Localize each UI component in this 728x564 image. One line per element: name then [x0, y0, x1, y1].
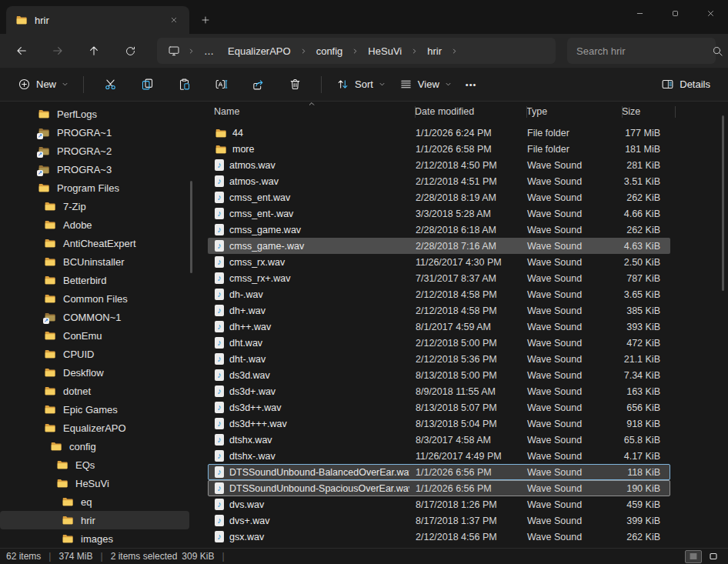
sidebar-item-betterbird[interactable]: Betterbird [0, 271, 189, 289]
sidebar-item-common-files[interactable]: Common Files [0, 289, 189, 308]
minimize-button[interactable] [622, 0, 657, 26]
breadcrumb-chevron-icon[interactable] [409, 48, 419, 55]
column-resize-handle[interactable] [622, 106, 623, 118]
file-row-dh-wav[interactable]: ♪dh++.wav8/1/2017 4:59 AMWave Sound393 K… [208, 319, 670, 335]
rename-button[interactable] [205, 72, 236, 97]
file-row-ds3d-wav[interactable]: ♪ds3d+++.wav8/13/2018 5:04 PMWave Sound9… [208, 415, 670, 432]
delete-button[interactable] [279, 72, 310, 97]
column-header-date-modified[interactable]: Date modified [409, 106, 520, 117]
sidebar-item-progra-1[interactable]: ↗PROGRA~1 [0, 123, 189, 142]
search-icon[interactable] [712, 45, 723, 57]
sidebar-item-hrir[interactable]: hrir [0, 511, 189, 529]
sidebar-item-conemu[interactable]: ConEmu [0, 326, 189, 345]
sidebar-item-config[interactable]: config [0, 437, 189, 456]
sidebar-item-7-zip[interactable]: 7-Zip [0, 197, 189, 215]
sidebar-item-program-files[interactable]: Program Files [0, 179, 189, 197]
breadcrumb-chevron-icon[interactable] [299, 48, 309, 55]
sidebar-item-common-1[interactable]: ↗COMMON~1 [0, 308, 189, 326]
explorer-tab[interactable]: hrir [6, 6, 189, 34]
back-button[interactable] [8, 38, 35, 64]
refresh-button[interactable] [116, 38, 144, 64]
sidebar-item-anticheatexpert[interactable]: AntiCheatExpert [0, 234, 189, 252]
file-row-cmss-rx-wav[interactable]: ♪cmss_rx+.wav7/31/2017 8:37 AMWave Sound… [208, 270, 670, 286]
status-divider [222, 551, 224, 562]
file-row-dtshx-wav[interactable]: ♪dtshx-.wav11/26/2017 4:49 PMWave Sound4… [208, 448, 670, 464]
file-row-ds3d-wav[interactable]: ♪ds3d++.wav8/13/2018 5:07 PMWave Sound65… [208, 399, 670, 415]
column-header-name[interactable]: Name [208, 106, 409, 117]
breadcrumb-item-equalizerapo[interactable]: EqualizerAPO [222, 42, 297, 60]
file-row-dht-wav[interactable]: ♪dht.wav2/12/2018 5:00 PMWave Sound472 K… [208, 335, 670, 351]
column-resize-handle[interactable] [675, 106, 676, 118]
cut-button[interactable] [95, 72, 125, 97]
column-resize-handle[interactable] [526, 106, 527, 118]
breadcrumb-chevron-icon[interactable] [449, 48, 459, 55]
file-row-dtssoundunbound-spaciousoverear-wav[interactable]: ♪DTSSoundUnbound-SpaciousOverEar.wav1/1/… [208, 480, 670, 496]
file-row-dtshx-wav[interactable]: ♪dtshx.wav8/3/2017 4:58 AMWave Sound65.8… [208, 432, 670, 448]
file-list-scrollbar[interactable] [722, 115, 724, 291]
file-row-dht-wav[interactable]: ♪dht-.wav2/12/2018 5:36 PMWave Sound21.1… [208, 351, 670, 367]
new-tab-button[interactable] [195, 10, 215, 30]
details-pane-button[interactable]: Details [654, 72, 717, 97]
details-view-toggle[interactable] [685, 550, 702, 563]
close-button[interactable] [693, 0, 728, 26]
breadcrumb-item-hesuvi[interactable]: HeSuVi [362, 42, 408, 60]
breadcrumb-item-hrir[interactable]: hrir [421, 42, 448, 60]
file-name-cell: ♪ds3d+++.wav [209, 418, 409, 429]
file-row-cmss-game-wav[interactable]: ♪cmss_game.wav2/28/2018 6:18 AMWave Soun… [208, 222, 670, 238]
sidebar-item-hesuvi[interactable]: HeSuVi [0, 474, 189, 492]
this-pc-icon[interactable] [163, 41, 185, 61]
file-row-ds3d-wav[interactable]: ♪ds3d+.wav8/9/2018 11:55 AMWave Sound163… [208, 383, 670, 399]
sidebar-item-eq[interactable]: eq [0, 492, 189, 511]
file-row-dh-wav[interactable]: ♪dh-.wav2/12/2018 4:58 PMWave Sound3.65 … [208, 286, 670, 302]
more-options-button[interactable]: ••• [459, 72, 484, 97]
sidebar-item-equalizerapo[interactable]: EqualizerAPO [0, 419, 189, 437]
copy-button[interactable] [132, 72, 162, 97]
breadcrumb-item-config[interactable]: config [310, 42, 349, 60]
maximize-button[interactable] [657, 0, 693, 26]
file-name: dh++.wav [229, 322, 271, 332]
sidebar-item-epic-games[interactable]: Epic Games [0, 400, 189, 419]
column-header-type[interactable]: Type [520, 106, 616, 117]
file-row-cmss-game-wav[interactable]: ♪cmss_game-.wav2/28/2018 7:16 AMWave Sou… [208, 238, 670, 254]
file-row-ds3d-wav[interactable]: ♪ds3d.wav8/13/2018 5:00 PMWave Sound7.34… [208, 367, 670, 383]
file-row-dvs-wav[interactable]: ♪dvs+.wav8/17/2018 1:37 PMWave Sound399 … [208, 512, 670, 529]
breadcrumb-chevron-icon[interactable] [186, 48, 196, 55]
sidebar-scrollbar[interactable] [190, 181, 192, 273]
view-button[interactable]: View [392, 72, 459, 97]
sidebar-item-eqs[interactable]: EQs [0, 456, 189, 474]
sidebar-item-dotnet[interactable]: dotnet [0, 382, 189, 400]
file-row-dtssoundunbound-balancedoverear-wav[interactable]: ♪DTSSoundUnbound-BalancedOverEar.wav1/1/… [208, 464, 670, 480]
search-input[interactable] [576, 45, 712, 57]
file-row-atmos-wav[interactable]: ♪atmos.wav2/12/2018 4:50 PMWave Sound281… [208, 157, 670, 173]
file-row-cmss-ent-wav[interactable]: ♪cmss_ent.wav2/28/2018 8:19 AMWave Sound… [208, 189, 670, 205]
sidebar-item-progra-3[interactable]: ↗PROGRA~3 [0, 160, 189, 179]
share-button[interactable] [242, 72, 273, 97]
sidebar-item-cpuid[interactable]: CPUID [0, 345, 189, 363]
sidebar-item-adobe[interactable]: Adobe [0, 215, 189, 234]
file-row-dvs-wav[interactable]: ♪dvs.wav8/17/2018 1:26 PMWave Sound459 K… [208, 496, 670, 512]
sidebar-item-label: PerfLogs [57, 108, 97, 120]
file-row-44[interactable]: 441/1/2026 6:24 PMFile folder177 MiB [208, 125, 670, 141]
breadcrumb-overflow-button[interactable]: … [198, 42, 220, 60]
sidebar-item-perflogs[interactable]: PerfLogs [0, 105, 189, 123]
file-row-dh-wav[interactable]: ♪dh+.wav2/12/2018 4:58 PMWave Sound385 K… [208, 302, 670, 319]
thumbnail-view-toggle[interactable] [705, 550, 722, 563]
file-row-cmss-ent-wav[interactable]: ♪cmss_ent-.wav3/3/2018 5:28 AMWave Sound… [208, 205, 670, 222]
file-row-more[interactable]: more1/1/2026 6:58 PMFile folder181 MiB [208, 141, 670, 157]
forward-button[interactable] [44, 38, 72, 64]
up-button[interactable] [80, 38, 108, 64]
sidebar-item-images[interactable]: images [0, 529, 189, 548]
file-row-cmss-rx-wav[interactable]: ♪cmss_rx.wav11/26/2017 4:30 PMWave Sound… [208, 254, 670, 270]
sidebar-item-bcuninstaller[interactable]: BCUninstaller [0, 252, 189, 271]
file-row-gsx-wav[interactable]: ♪gsx.wav2/12/2018 4:56 PMWave Sound262 K… [208, 529, 670, 545]
sidebar-item-label: eq [81, 496, 92, 508]
file-row-atmos-wav[interactable]: ♪atmos-.wav2/12/2018 4:51 PMWave Sound3.… [208, 173, 670, 189]
sidebar-item-progra-2[interactable]: ↗PROGRA~2 [0, 142, 189, 160]
breadcrumb-chevron-icon[interactable] [350, 48, 360, 55]
sort-button[interactable]: Sort [329, 72, 392, 97]
tab-close-button[interactable] [165, 11, 183, 29]
sidebar-item-deskflow[interactable]: Deskflow [0, 363, 189, 382]
paste-button[interactable] [169, 72, 199, 97]
new-button[interactable]: New [11, 72, 75, 97]
column-resize-handle[interactable] [415, 106, 416, 118]
